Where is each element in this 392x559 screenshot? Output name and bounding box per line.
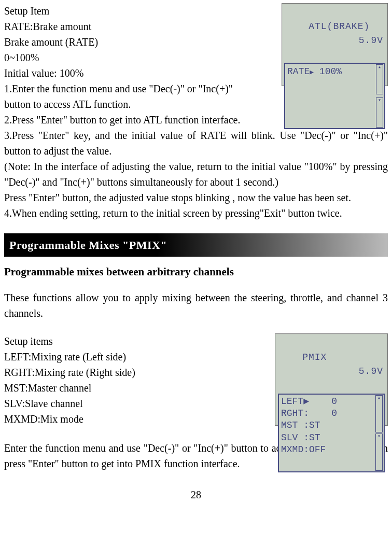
lcd-up-arrow-icon: ▴ bbox=[376, 64, 383, 94]
page-number: 28 bbox=[4, 487, 388, 502]
pmix-intro: These functions allow you to apply mixin… bbox=[4, 290, 388, 321]
lcd-rate-value: 100% bbox=[319, 66, 342, 77]
lcd-row: LEFT▶ 0 bbox=[281, 396, 337, 407]
lcd-title-left: PMIX bbox=[302, 352, 327, 362]
pmix-lcd-screenshot: PMIX 5.9V LEFT▶ 0 RGHT: 0 MST :ST SLV :S… bbox=[275, 333, 388, 426]
lcd-row: MXMD:OFF bbox=[281, 444, 326, 455]
lcd-title-right: 5.9V bbox=[359, 34, 383, 48]
step3: 3.Press "Enter" key, and the initial val… bbox=[4, 128, 388, 159]
lcd-row: RGHT: 0 bbox=[281, 408, 337, 418]
lcd-down-arrow-icon: ▾ bbox=[376, 97, 383, 128]
lcd-down-arrow-icon: ▾ bbox=[375, 434, 383, 471]
atl-lcd-screenshot: ATL(BRAKE) 5.9V RATE▶ 100% ▴ ▾ bbox=[282, 3, 388, 86]
lcd-up-arrow-icon: ▴ bbox=[375, 395, 383, 432]
lcd-row: MST :ST bbox=[281, 420, 320, 430]
pmix-section-banner: Programmable Mixes "PMIX" bbox=[4, 233, 388, 257]
lcd-title-left: ATL(BRAKE) bbox=[309, 21, 370, 32]
lcd-row: SLV :ST bbox=[281, 432, 320, 443]
lcd-rate-label: RATE bbox=[287, 66, 310, 77]
note-text: (Note: In the interface of adjusting the… bbox=[4, 159, 388, 190]
step3b: Press "Enter" button, the adjusted value… bbox=[4, 190, 388, 205]
pmix-subheading: Programmable mixes between arbitrary cha… bbox=[4, 264, 388, 281]
lcd-title-right: 5.9V bbox=[359, 365, 383, 379]
step4: 4.When ending setting, return to the ini… bbox=[4, 205, 388, 221]
